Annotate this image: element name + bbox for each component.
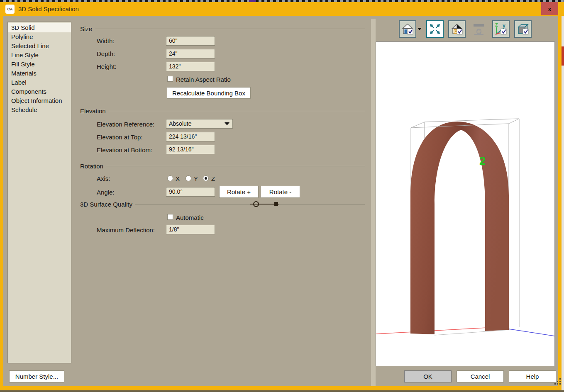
dialog-3d-solid-specification: CA 3D Solid Specification x 3D Solid Pol… (0, 0, 564, 392)
show-axes-icon: Z y (495, 23, 507, 35)
sidebar-item-schedule[interactable]: Schedule (8, 105, 71, 114)
elevation-reference-value: Absolute (169, 119, 191, 128)
axis-y-label: Y (194, 175, 198, 182)
height-label: Height: (97, 63, 117, 70)
divider (95, 29, 365, 29)
axis-x-label: X (176, 175, 180, 182)
color-toggle-button[interactable] (448, 20, 466, 38)
maximum-deflection-label: Maximum Deflection: (97, 226, 155, 234)
depth-input[interactable]: 24" (166, 49, 215, 58)
view-direction-button[interactable] (399, 20, 416, 38)
elevation-bottom-input[interactable]: 92 13/16" (166, 145, 215, 154)
retain-aspect-checkbox[interactable] (167, 76, 173, 82)
surface-quality-section-header: 3D Surface Quality (80, 201, 365, 208)
ground-edge-line (435, 330, 510, 335)
axis-label: Axis: (97, 175, 110, 182)
maximum-deflection-input[interactable]: 1/8" (166, 225, 215, 234)
size-section-header: Size (80, 25, 365, 32)
rotate-minus-button[interactable]: Rotate - (261, 186, 300, 198)
elevation-top-input[interactable]: 224 13/16" (166, 132, 215, 141)
ok-button[interactable]: OK (404, 370, 452, 382)
sidebar-item-fill-style[interactable]: Fill Style (8, 60, 71, 69)
show-bounding-box-icon (517, 23, 529, 35)
sidebar-item-object-information[interactable]: Object Information (8, 96, 71, 105)
rotation-section-header: Rotation (80, 163, 365, 170)
view-direction-icon (401, 23, 414, 35)
sidebar-item-materials[interactable]: Materials (8, 69, 71, 78)
divider (109, 111, 365, 111)
recalculate-bounding-box-button[interactable]: Recalculate Bounding Box (167, 87, 251, 99)
fill-window-icon (429, 23, 441, 35)
sidebar-item-polyline[interactable]: Polyline (8, 32, 71, 41)
sidebar-item-label[interactable]: Label (8, 78, 71, 87)
view-direction-dropdown-icon[interactable] (418, 28, 422, 30)
panel-list: 3D Solid Polyline Selected Line Line Sty… (7, 22, 71, 363)
elevation-section-header: Elevation (80, 107, 365, 114)
surface-quality-header-label: 3D Surface Quality (80, 201, 132, 208)
axis-y-radio[interactable] (186, 175, 191, 181)
width-label: Width: (97, 37, 115, 44)
chevron-down-icon (225, 122, 230, 125)
titlebar[interactable]: CA 3D Solid Specification (0, 2, 564, 16)
preview-toolbar: Z y (376, 20, 555, 38)
color-toggle-icon (451, 23, 463, 35)
resize-grip[interactable] (554, 378, 561, 385)
height-input[interactable]: 132" (166, 62, 215, 71)
window-border-right (558, 16, 562, 390)
show-bounding-box-button[interactable] (514, 20, 532, 38)
rotate-plus-button[interactable]: Rotate + (219, 186, 259, 198)
retain-aspect-label: Retain Aspect Ratio (176, 76, 231, 83)
elevation-reference-select[interactable]: Absolute (166, 119, 233, 129)
divider (106, 166, 365, 166)
close-icon: x (548, 5, 551, 12)
object-number-label: 2 (479, 155, 486, 167)
rotation-header-label: Rotation (80, 163, 103, 170)
depth-label: Depth: (97, 50, 115, 57)
sidebar-item-3d-solid[interactable]: 3D Solid (8, 23, 71, 32)
preview-3d-render: 2 (376, 42, 554, 366)
preview-viewport[interactable]: 2 (376, 41, 555, 366)
number-style-button[interactable]: Number Style... (9, 370, 64, 382)
elevation-reference-label: Elevation Reference: (97, 121, 154, 128)
rotate-icon (472, 22, 486, 36)
elevation-bottom-label: Elevation at Bottom: (97, 146, 152, 153)
sidebar-item-selected-line[interactable]: Selected Line (8, 41, 71, 51)
window-title: 3D Solid Specification (18, 5, 79, 12)
surface-quality-slider-stop (274, 202, 278, 206)
window-edge-shadow (0, 390, 564, 392)
axis-z-label: Z (211, 175, 215, 182)
automatic-label: Automatic (176, 214, 204, 221)
axis-x-radio[interactable] (167, 175, 173, 181)
elevation-top-label: Elevation at Top: (97, 134, 143, 141)
panel-splitter[interactable] (371, 19, 376, 386)
rotate-button (470, 20, 488, 38)
arch-solid (410, 122, 509, 334)
angle-input[interactable]: 90.0° (166, 187, 215, 197)
cancel-button[interactable]: Cancel (457, 370, 504, 382)
fill-window-button[interactable] (426, 20, 444, 38)
desktop-edge (562, 16, 564, 390)
app-logo-icon: CA (5, 5, 15, 14)
angle-label: Angle: (97, 189, 115, 196)
close-button[interactable]: x (541, 2, 558, 15)
axis-z-radio[interactable] (203, 175, 209, 181)
window-border-bottom (0, 386, 564, 390)
help-button[interactable]: Help (509, 370, 556, 382)
desktop-edge-artifact (562, 46, 564, 66)
show-axes-button[interactable]: Z y (492, 20, 510, 38)
window-border-left (0, 16, 3, 390)
width-input[interactable]: 60" (166, 36, 215, 46)
axis-y-blue-line (509, 329, 554, 336)
automatic-checkbox[interactable] (167, 214, 173, 220)
sidebar-item-components[interactable]: Components (8, 87, 71, 96)
sidebar-item-line-style[interactable]: Line Style (8, 51, 71, 60)
size-header-label: Size (80, 25, 92, 32)
surface-quality-slider-handle[interactable] (253, 201, 259, 207)
svg-text:Z: Z (495, 23, 498, 27)
elevation-header-label: Elevation (80, 107, 106, 114)
